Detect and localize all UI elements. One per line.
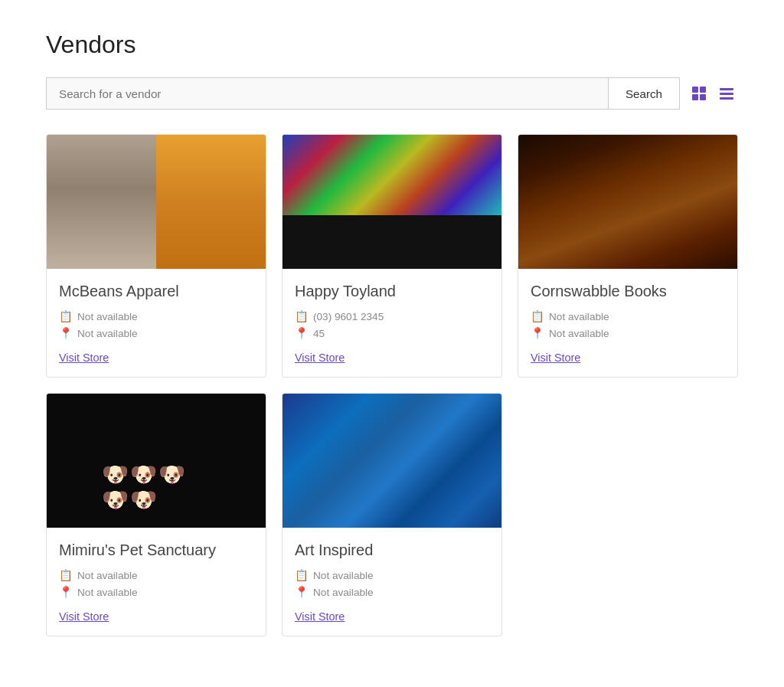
svg-rect-3	[700, 94, 706, 100]
vendor-phone-value-cornswabble: Not available	[549, 311, 609, 322]
vendor-image-mimiru	[47, 394, 266, 528]
vendor-location-value-happytoy: 45	[313, 328, 325, 339]
location-icon: 📍	[531, 327, 544, 340]
vendor-phone-value-mcbeans: Not available	[77, 311, 138, 322]
vendor-name-mcbeans: McBeans Apparel	[59, 281, 253, 301]
phone-icon: 📋	[295, 310, 309, 323]
search-button[interactable]: Search	[608, 77, 680, 110]
phone-icon: 📋	[531, 310, 544, 323]
vendor-name-artinspired: Art Inspired	[295, 540, 489, 560]
svg-rect-2	[692, 94, 698, 100]
vendor-location-cornswabble: 📍 Not available	[531, 327, 725, 340]
vendor-location-value-mimiru: Not available	[77, 587, 138, 598]
vendor-location-mcbeans: 📍 Not available	[59, 327, 253, 340]
location-icon: 📍	[59, 327, 73, 340]
vendor-card-happytoy: Happy Toyland 📋 (03) 9601 2345 📍 45 Visi…	[282, 134, 502, 378]
phone-icon: 📋	[59, 569, 73, 582]
vendor-card-mcbeans: McBeans Apparel 📋 Not available 📍 Not av…	[46, 134, 266, 378]
location-icon: 📍	[295, 327, 309, 340]
view-toggles	[688, 82, 738, 105]
vendor-info-artinspired: Art Inspired 📋 Not available 📍 Not avail…	[283, 528, 501, 636]
vendor-info-happytoy: Happy Toyland 📋 (03) 9601 2345 📍 45 Visi…	[283, 269, 501, 377]
vendor-name-cornswabble: Cornswabble Books	[531, 281, 725, 301]
vendor-name-happytoy: Happy Toyland	[295, 281, 489, 301]
visit-store-artinspired[interactable]: Visit Store	[295, 610, 345, 623]
svg-rect-5	[720, 93, 733, 95]
location-icon: 📍	[59, 586, 73, 599]
vendor-location-mimiru: 📍 Not available	[59, 586, 253, 599]
visit-store-mcbeans[interactable]: Visit Store	[59, 352, 109, 364]
vendor-name-mimiru: Mimiru's Pet Sanctuary	[59, 540, 253, 560]
vendor-location-happytoy: 📍 45	[295, 327, 489, 340]
vendor-phone-mcbeans: 📋 Not available	[59, 310, 253, 323]
vendor-card-artinspired: Art Inspired 📋 Not available 📍 Not avail…	[282, 393, 502, 636]
visit-store-mimiru[interactable]: Visit Store	[59, 610, 109, 623]
phone-icon: 📋	[295, 569, 309, 582]
vendor-location-value-mcbeans: Not available	[77, 328, 138, 339]
list-icon	[718, 85, 735, 102]
svg-rect-4	[720, 88, 733, 90]
vendor-image-happytoy	[283, 135, 501, 269]
grid-icon	[691, 85, 707, 102]
vendor-phone-value-happytoy: (03) 9601 2345	[313, 311, 384, 322]
page-title: Vendors	[46, 31, 738, 59]
list-view-button[interactable]	[715, 82, 738, 105]
vendor-card-cornswabble: Cornswabble Books 📋 Not available 📍 Not …	[518, 134, 738, 378]
vendor-image-mcbeans	[47, 135, 266, 269]
vendor-phone-happytoy: 📋 (03) 9601 2345	[295, 310, 489, 323]
vendor-phone-artinspired: 📋 Not available	[295, 569, 489, 582]
svg-rect-1	[700, 87, 706, 93]
vendor-info-cornswabble: Cornswabble Books 📋 Not available 📍 Not …	[518, 269, 737, 377]
vendor-phone-value-mimiru: Not available	[77, 570, 138, 581]
search-bar: Search	[46, 77, 738, 110]
vendor-phone-value-artinspired: Not available	[313, 570, 374, 581]
vendor-phone-cornswabble: 📋 Not available	[531, 310, 725, 323]
vendor-location-value-artinspired: Not available	[313, 587, 374, 598]
vendor-info-mcbeans: McBeans Apparel 📋 Not available 📍 Not av…	[47, 269, 266, 377]
vendor-image-artinspired	[283, 394, 501, 528]
location-icon: 📍	[295, 586, 309, 599]
vendor-location-artinspired: 📍 Not available	[295, 586, 489, 599]
grid-view-button[interactable]	[688, 82, 710, 105]
visit-store-happytoy[interactable]: Visit Store	[295, 352, 345, 364]
visit-store-cornswabble[interactable]: Visit Store	[531, 352, 580, 364]
svg-rect-6	[720, 97, 733, 100]
vendors-grid: McBeans Apparel 📋 Not available 📍 Not av…	[46, 134, 738, 636]
vendor-image-cornswabble	[518, 135, 737, 269]
phone-icon: 📋	[59, 310, 73, 323]
vendor-card-mimiru: Mimiru's Pet Sanctuary 📋 Not available 📍…	[46, 393, 266, 636]
search-input[interactable]	[46, 77, 608, 110]
vendor-info-mimiru: Mimiru's Pet Sanctuary 📋 Not available 📍…	[47, 528, 266, 636]
svg-rect-0	[692, 87, 698, 93]
vendor-location-value-cornswabble: Not available	[549, 328, 609, 339]
vendor-phone-mimiru: 📋 Not available	[59, 569, 253, 582]
